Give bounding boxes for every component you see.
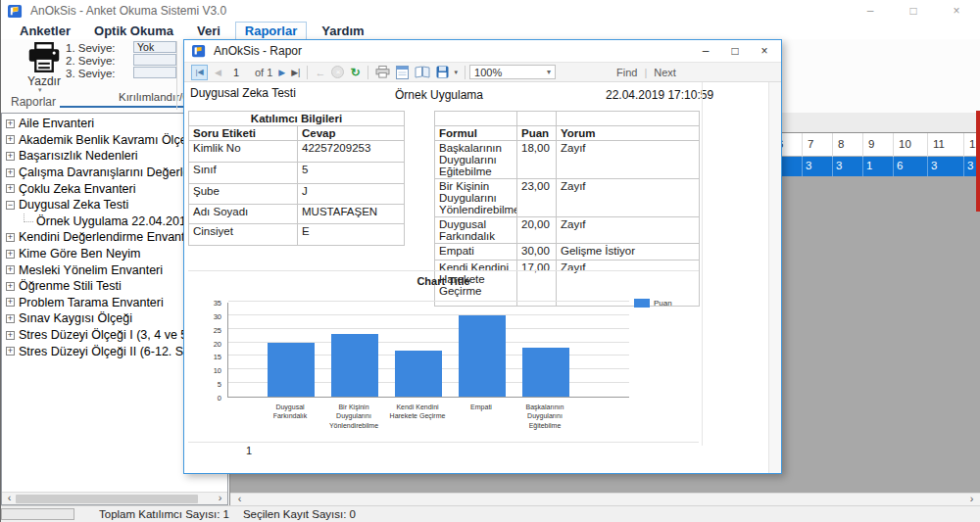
chart-bar — [268, 343, 315, 397]
next-page-icon[interactable]: ▶ — [278, 68, 285, 77]
collapse-icon[interactable]: − — [6, 201, 15, 210]
status-progress-box — [1, 508, 74, 520]
x-axis-category-label: Duygusal Farkındalık — [259, 403, 321, 421]
cancel-icon[interactable]: × — [331, 66, 344, 78]
dialog-title: AnOkSis - Rapor — [214, 44, 302, 58]
expand-icon[interactable]: + — [6, 135, 15, 144]
page-number-input[interactable]: 1 — [227, 67, 249, 78]
report-subtitle: Örnek Uygulama — [395, 88, 483, 102]
y-axis-tick-label: 15 — [196, 353, 221, 361]
grid-column-header[interactable]: 11 — [928, 133, 964, 157]
grid-cell[interactable]: 3 — [833, 157, 863, 176]
dialog-close-icon[interactable]: × — [758, 44, 771, 58]
grid-cell[interactable]: 1 — [863, 157, 894, 176]
table-cell: Gelişme İstiyor — [557, 244, 700, 261]
status-total-participants: Toplam Katılımcı Sayısı: 1 — [99, 508, 229, 520]
menu-optik-okuma[interactable]: Optik Okuma — [85, 23, 182, 39]
close-icon[interactable]: × — [935, 4, 978, 18]
report-page-edge — [702, 82, 703, 446]
print-layout-icon[interactable] — [396, 66, 409, 79]
menu-raporlar[interactable]: Raporlar — [235, 22, 307, 40]
first-page-icon[interactable]: |◀ — [191, 65, 208, 80]
expand-icon[interactable]: + — [6, 331, 15, 340]
restore-icon[interactable]: □ — [892, 4, 935, 18]
scroll-left-icon[interactable]: ‹ — [3, 493, 16, 504]
tree-item-label: Kendini Değerlendirme Envanter — [19, 230, 196, 244]
minimize-icon[interactable]: – — [849, 4, 892, 18]
print-icon[interactable] — [375, 66, 390, 78]
level3-combobox[interactable] — [133, 67, 176, 78]
chart-gridline — [228, 301, 629, 302]
expand-icon[interactable]: + — [6, 152, 15, 161]
tree-item-label: Kime Göre Ben Neyim — [19, 247, 140, 261]
main-titlebar: AnOkSis - Anket Okuma Sistemi V3.0 – □ × — [1, 0, 980, 22]
scroll-right-icon[interactable]: › — [214, 493, 226, 504]
zoom-select[interactable]: 100% ▾ — [469, 65, 556, 79]
menu-yardim[interactable]: Yardım — [313, 23, 372, 39]
expand-icon[interactable]: + — [6, 233, 15, 242]
grid-column-header[interactable]: 9 — [863, 133, 894, 157]
expand-icon[interactable]: + — [6, 314, 15, 323]
table-row: Duygusal Farkındalık20,00Zayıf — [435, 217, 700, 244]
menu-anketler[interactable]: Anketler — [11, 23, 79, 39]
chart-bar — [459, 315, 506, 397]
grid-cell[interactable]: 6 — [894, 157, 928, 176]
last-page-icon[interactable]: ▶| — [291, 68, 300, 77]
table-cell: Sınıf — [189, 163, 298, 184]
expand-icon[interactable]: + — [6, 298, 15, 307]
next-button[interactable]: Next — [654, 67, 676, 78]
grid-horizontal-scrollbar[interactable]: ‹ › — [230, 493, 980, 505]
dialog-titlebar[interactable]: AnOkSis - Rapor – □ × — [184, 40, 781, 62]
previous-page-icon[interactable]: ◀ — [215, 68, 221, 77]
back-icon[interactable]: ← — [315, 67, 325, 78]
expand-icon[interactable]: + — [6, 250, 15, 259]
level2-label: 2. Seviye: — [66, 55, 116, 67]
table-row: CinsiyetE — [189, 224, 405, 246]
table-row: Kimlik No42257209253 — [189, 141, 405, 163]
dialog-maximize-icon[interactable]: □ — [728, 44, 742, 58]
tree-item-label: Stres Düzeyi Ölçeği I (3, 4 ve 5. S — [19, 328, 203, 342]
level1-combobox[interactable]: Yok — [133, 41, 176, 53]
page-setup-icon[interactable] — [415, 66, 430, 78]
find-button[interactable]: Find — [616, 67, 637, 78]
expand-icon[interactable]: + — [6, 347, 15, 356]
level3-label: 3. Seviye: — [66, 68, 116, 79]
export-dropdown-icon[interactable]: ▾ — [455, 69, 459, 76]
scroll-left-icon[interactable]: ‹ — [233, 494, 246, 505]
find-divider: | — [644, 67, 647, 78]
chevron-down-icon[interactable]: ▾ — [38, 86, 42, 94]
grid-column-header[interactable]: 10 — [894, 133, 928, 157]
dialog-minimize-icon[interactable]: – — [699, 44, 712, 58]
menu-veri[interactable]: Veri — [188, 23, 229, 39]
expand-icon[interactable]: + — [6, 282, 15, 291]
tree-item-label: Sınav Kaygısı Ölçeği — [19, 311, 132, 325]
y-axis-tick-label: 20 — [196, 340, 221, 349]
table-row: Empati30,00Gelişme İstiyor — [435, 244, 700, 261]
scroll-thumb[interactable] — [16, 495, 198, 503]
table-row: ŞubeJ — [189, 184, 405, 205]
report-vertical-scrollbar[interactable] — [768, 82, 781, 473]
scroll-right-icon[interactable]: › — [965, 494, 978, 505]
refresh-icon[interactable]: ↻ — [350, 66, 360, 79]
table-row: Bir Kişinin Duygularını Yönlendirebilme2… — [435, 179, 700, 217]
table-cell: Adı Soyadı — [189, 205, 298, 224]
grid-column-header[interactable]: 7 — [803, 133, 833, 157]
expand-icon[interactable]: + — [6, 184, 15, 193]
table-cell: Şube — [189, 184, 298, 205]
grid-cell[interactable]: 3 — [803, 157, 833, 176]
tree-item-label: Problem Tarama Envanteri — [19, 296, 164, 309]
grid-column-header[interactable]: 8 — [833, 133, 863, 157]
export-save-icon[interactable] — [436, 66, 449, 78]
expand-icon[interactable]: + — [6, 119, 15, 128]
expand-icon[interactable]: + — [6, 265, 15, 274]
y-axis-tick-label: 25 — [196, 326, 221, 335]
expand-icon[interactable]: + — [6, 168, 15, 177]
ribbon-group-raporlar: Raporlar — [11, 95, 56, 109]
printer-icon[interactable] — [24, 42, 64, 73]
grid-cell[interactable]: 3 — [928, 157, 964, 176]
tree-horizontal-scrollbar[interactable]: ‹ › — [2, 492, 227, 504]
table-cell: E — [298, 224, 405, 246]
tree-item-label: Akademik Benlik Kavramı Ölçeği — [19, 133, 196, 147]
participant-table-title: Katılımcı Bilgileri — [189, 112, 405, 126]
level2-combobox[interactable] — [133, 54, 176, 66]
